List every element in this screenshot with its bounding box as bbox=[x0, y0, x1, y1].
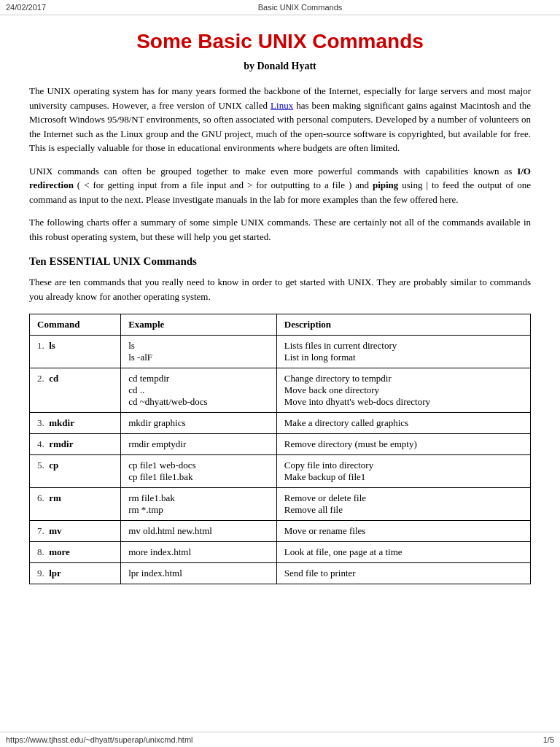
table-cell-command: 6. rm bbox=[30, 488, 121, 521]
table-cell-example: rm file1.bakrm *.tmp bbox=[121, 488, 277, 521]
table-row: 9. lprlpr index.htmlSend file to printer bbox=[30, 563, 531, 584]
browser-page-title: Basic UNIX Commands bbox=[258, 3, 343, 12]
intro-paragraph-2: UNIX commands can often be grouped toget… bbox=[29, 164, 531, 207]
table-cell-example: lpr index.html bbox=[121, 563, 277, 584]
bottom-url: https://www.tjhsst.edu/~dhyatt/superap/u… bbox=[6, 735, 193, 744]
bottom-bar: https://www.tjhsst.edu/~dhyatt/superap/u… bbox=[0, 732, 560, 747]
table-cell-command: 5. cp bbox=[30, 455, 121, 488]
table-cell-example: lsls -alF bbox=[121, 336, 277, 368]
piping-text: piping bbox=[373, 179, 398, 190]
command-name: ls bbox=[49, 340, 55, 351]
table-row: 8. moremore index.htmlLook at file, one … bbox=[30, 542, 531, 563]
table-cell-example: rmdir emptydir bbox=[121, 434, 277, 455]
row-number: 5. bbox=[37, 460, 44, 471]
table-row: 4. rmdirrmdir emptydirRemove directory (… bbox=[30, 434, 531, 455]
table-cell-description: Remove directory (must be empty) bbox=[276, 434, 530, 455]
table-header-row: Command Example Description bbox=[30, 314, 531, 336]
io-redirection-text: I/O redirection bbox=[29, 166, 531, 191]
table-cell-description: Send file to printer bbox=[276, 563, 530, 584]
table-row: 3. mkdirmkdir graphicsMake a directory c… bbox=[30, 413, 531, 434]
row-number: 4. bbox=[37, 438, 44, 449]
col-header-example: Example bbox=[121, 314, 277, 336]
command-name: cp bbox=[49, 460, 58, 471]
section-intro: These are ten commands that you really n… bbox=[29, 275, 531, 303]
table-cell-description: Look at file, one page at a time bbox=[276, 542, 530, 563]
command-name: rm bbox=[49, 492, 61, 503]
intro-paragraph-3: The following charts offer a summary of … bbox=[29, 215, 531, 244]
col-header-description: Description bbox=[276, 314, 530, 336]
command-name: rmdir bbox=[49, 438, 73, 449]
table-row: 7. mvmv old.html new.htmlMove or rename … bbox=[30, 521, 531, 542]
table-cell-example: cd tempdircd ..cd ~dhyatt/web-docs bbox=[121, 368, 277, 413]
table-cell-example: more index.html bbox=[121, 542, 277, 563]
table-cell-description: Remove or delete fileRemove all file bbox=[276, 488, 530, 521]
row-number: 2. bbox=[37, 373, 44, 384]
table-cell-command: 8. more bbox=[30, 542, 121, 563]
commands-table: Command Example Description 1. lslsls -a… bbox=[29, 314, 531, 584]
author: by Donald Hyatt bbox=[29, 61, 531, 72]
command-name: mkdir bbox=[49, 417, 74, 428]
table-cell-description: Make a directory called graphics bbox=[276, 413, 530, 434]
row-number: 7. bbox=[37, 525, 44, 536]
table-cell-command: 7. mv bbox=[30, 521, 121, 542]
intro-paragraph-1: The UNIX operating system has for many y… bbox=[29, 84, 531, 155]
table-cell-description: Lists files in current directoryList in … bbox=[276, 336, 530, 368]
command-name: mv bbox=[49, 525, 61, 536]
linux-link[interactable]: Linux bbox=[271, 100, 293, 111]
table-cell-command: 3. mkdir bbox=[30, 413, 121, 434]
section-heading: Ten ESSENTIAL UNIX Commands bbox=[29, 255, 531, 268]
row-number: 8. bbox=[37, 546, 44, 557]
row-number: 6. bbox=[37, 492, 44, 503]
command-name: more bbox=[49, 546, 70, 557]
table-cell-description: Move or rename files bbox=[276, 521, 530, 542]
browser-bar: 24/02/2017 Basic UNIX Commands bbox=[0, 0, 560, 15]
table-cell-command: 2. cd bbox=[30, 368, 121, 413]
table-row: 2. cdcd tempdircd ..cd ~dhyatt/web-docsC… bbox=[30, 368, 531, 413]
main-content: Some Basic UNIX Commands by Donald Hyatt… bbox=[0, 15, 560, 614]
command-name: cd bbox=[49, 373, 58, 384]
table-cell-description: Copy file into directoryMake backup of f… bbox=[276, 455, 530, 488]
main-title: Some Basic UNIX Commands bbox=[29, 30, 531, 53]
bottom-page-num: 1/5 bbox=[543, 735, 554, 744]
row-number: 9. bbox=[37, 568, 44, 578]
table-cell-command: 9. lpr bbox=[30, 563, 121, 584]
command-name: lpr bbox=[49, 568, 61, 578]
row-number: 1. bbox=[37, 340, 44, 351]
row-number: 3. bbox=[37, 417, 44, 428]
table-cell-command: 4. rmdir bbox=[30, 434, 121, 455]
browser-date: 24/02/2017 bbox=[6, 3, 46, 12]
table-cell-example: mkdir graphics bbox=[121, 413, 277, 434]
table-cell-example: mv old.html new.html bbox=[121, 521, 277, 542]
table-cell-command: 1. ls bbox=[30, 336, 121, 368]
table-row: 1. lslsls -alFLists files in current dir… bbox=[30, 336, 531, 368]
table-cell-description: Change directory to tempdirMove back one… bbox=[276, 368, 530, 413]
table-cell-example: cp file1 web-docscp file1 file1.bak bbox=[121, 455, 277, 488]
col-header-command: Command bbox=[30, 314, 121, 336]
table-row: 5. cpcp file1 web-docscp file1 file1.bak… bbox=[30, 455, 531, 488]
table-row: 6. rmrm file1.bakrm *.tmpRemove or delet… bbox=[30, 488, 531, 521]
